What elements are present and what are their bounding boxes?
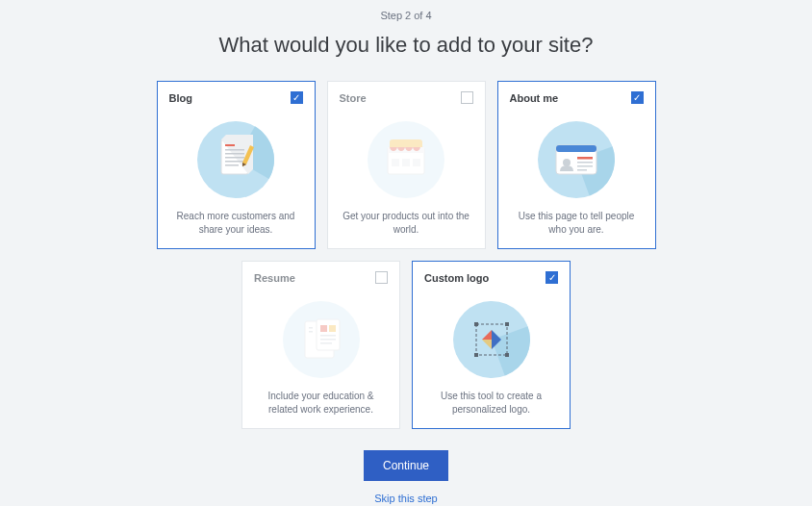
svg-rect-26 [329, 325, 336, 332]
svg-rect-4 [225, 153, 244, 155]
store-icon [340, 110, 473, 210]
blog-icon [169, 110, 303, 210]
svg-rect-21 [577, 169, 587, 171]
svg-rect-5 [225, 157, 244, 159]
card-resume[interactable]: Resume Include your education & rela [241, 261, 400, 429]
card-about-me[interactable]: About me ✓ Use th [497, 81, 656, 249]
card-grid: Blog ✓ [146, 81, 666, 429]
checkbox-store[interactable] [461, 91, 473, 104]
card-title: Blog [169, 92, 192, 104]
checkmark-icon: ✓ [292, 92, 300, 103]
svg-point-17 [563, 159, 571, 166]
step-indicator: Step 2 of 4 [380, 10, 431, 21]
card-desc: Get your products out into the world. [340, 210, 473, 237]
checkmark-icon: ✓ [548, 272, 556, 283]
svg-rect-37 [505, 353, 509, 357]
svg-rect-7 [225, 164, 239, 166]
about-me-icon [510, 110, 644, 210]
checkbox-about-me[interactable]: ✓ [631, 91, 644, 104]
svg-rect-16 [556, 145, 596, 152]
card-title: Resume [254, 272, 295, 284]
card-title: Store [340, 92, 367, 104]
page-title: What would you like to add to your site? [219, 33, 594, 58]
svg-rect-31 [309, 331, 313, 333]
checkmark-icon: ✓ [633, 92, 641, 103]
svg-rect-30 [309, 327, 313, 329]
svg-rect-34 [474, 322, 478, 326]
svg-rect-27 [320, 335, 336, 337]
svg-rect-35 [505, 322, 509, 326]
card-desc: Include your education & related work ex… [254, 390, 388, 417]
card-desc: Reach more customers and share your idea… [169, 210, 303, 237]
svg-rect-28 [320, 339, 336, 341]
svg-rect-20 [577, 165, 593, 167]
svg-rect-3 [225, 149, 244, 151]
skip-link[interactable]: Skip this step [374, 493, 437, 504]
resume-icon [254, 290, 388, 390]
checkbox-blog[interactable]: ✓ [291, 91, 303, 104]
svg-rect-19 [577, 162, 593, 164]
card-title: Custom logo [424, 272, 489, 284]
custom-logo-icon [424, 290, 558, 390]
svg-rect-18 [577, 157, 593, 160]
svg-rect-12 [402, 159, 410, 166]
checkbox-resume[interactable] [375, 271, 388, 284]
card-desc: Use this page to tell people who you are… [510, 210, 644, 237]
card-title: About me [510, 92, 559, 104]
svg-rect-6 [225, 161, 244, 163]
card-custom-logo[interactable]: Custom logo ✓ Use [412, 261, 571, 429]
card-blog[interactable]: Blog ✓ [157, 81, 316, 249]
svg-rect-36 [474, 353, 478, 357]
svg-rect-13 [413, 159, 420, 166]
card-store[interactable]: Store Get your products out into the wor… [327, 81, 486, 249]
svg-rect-11 [392, 159, 399, 166]
svg-rect-29 [320, 342, 332, 344]
continue-button[interactable]: Continue [364, 450, 448, 481]
svg-rect-2 [225, 144, 235, 146]
checkbox-custom-logo[interactable]: ✓ [546, 271, 558, 284]
card-desc: Use this tool to create a personalized l… [424, 390, 558, 417]
svg-rect-25 [320, 325, 327, 332]
